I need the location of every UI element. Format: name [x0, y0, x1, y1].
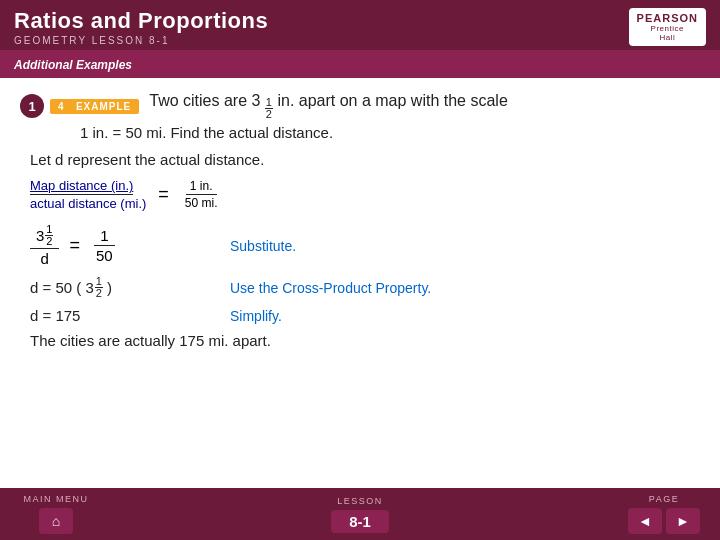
page-buttons: ◄ ► [628, 508, 700, 534]
inline-fraction: 1 2 [265, 97, 273, 120]
d-equals-50: d = 50 ( 3 1 2 ) [30, 279, 112, 296]
example-number: 4 EXAMPLE [50, 99, 139, 114]
prev-icon: ◄ [638, 513, 652, 529]
let-d-line: Let d represent the actual distance. [30, 151, 690, 168]
cross-product-row: d = 50 ( 3 1 2 ) Use the Cross-Product P… [30, 276, 680, 299]
page-label: PAGE [649, 494, 679, 504]
mixed-number-inline: 1 2 [265, 97, 273, 120]
hall-text: Hall [659, 33, 675, 42]
big-frac-bot: d [35, 249, 55, 268]
lesson-section: LESSON 8-1 [331, 496, 389, 533]
proportion-block: Map distance (in.) actual distance (mi.)… [30, 178, 680, 211]
final-line: The cities are actually 175 mi. apart. [30, 332, 680, 349]
big-equals: = [69, 235, 80, 256]
additional-examples-label: Additional Examples [14, 58, 132, 72]
page-section: PAGE ◄ ► [624, 494, 704, 534]
substitute-expr: 3 1 2 d = 1 50 [30, 223, 210, 268]
example-row: 1 4 EXAMPLE Two cities are 3 1 2 in. apa… [20, 92, 690, 120]
big-frac-top: 3 1 2 [30, 223, 59, 249]
simplify-label: Simplify. [230, 308, 282, 324]
prentice-text: Prentice [651, 24, 684, 33]
substitute-row: 3 1 2 d = 1 50 Substitute. [30, 223, 680, 268]
big-fraction-right: 1 50 [90, 226, 119, 265]
problem-line1: Two cities are 3 1 2 in. apart on a map … [149, 92, 508, 120]
proportion-labels: Map distance (in.) actual distance (mi.) [30, 178, 146, 211]
pearson-logo: PEARSON Prentice Hall [629, 8, 706, 46]
next-icon: ► [676, 513, 690, 529]
scale-line: 1 in. = 50 mi. Find the actual distance. [80, 124, 690, 141]
pearson-text: PEARSON [637, 12, 698, 24]
prev-page-button[interactable]: ◄ [628, 508, 662, 534]
simplify-row: d = 175 Simplify. [30, 307, 680, 324]
map-distance-label: Map distance (in.) [30, 178, 133, 195]
cross-product-expr: d = 50 ( 3 1 2 ) [30, 276, 210, 299]
main-menu-button[interactable]: ⌂ [39, 508, 73, 534]
additional-examples-bar: Additional Examples [0, 50, 720, 78]
page-title: Ratios and Proportions [14, 8, 268, 34]
header-text: Ratios and Proportions GEOMETRY LESSON 8… [14, 8, 268, 46]
big-fraction-left: 3 1 2 d [30, 223, 59, 268]
lesson-badge: 8-1 [331, 510, 389, 533]
d-175-expr: d = 175 [30, 307, 210, 324]
cross-product-label: Use the Cross-Product Property. [230, 280, 431, 296]
substitute-label: Substitute. [230, 238, 296, 254]
header: Ratios and Proportions GEOMETRY LESSON 8… [0, 0, 720, 50]
lesson-label: LESSON [337, 496, 383, 506]
content-area: 1 4 EXAMPLE Two cities are 3 1 2 in. apa… [0, 78, 720, 359]
home-icon: ⌂ [52, 513, 60, 529]
lesson-subtitle: GEOMETRY LESSON 8-1 [14, 35, 268, 46]
next-page-button[interactable]: ► [666, 508, 700, 534]
bottom-bar: MAIN MENU ⌂ LESSON 8-1 PAGE ◄ ► [0, 488, 720, 540]
main-menu-label: MAIN MENU [24, 494, 89, 504]
proportion-fraction: 1 in. 50 mi. [181, 179, 222, 210]
actual-distance-label: actual distance (mi.) [30, 196, 146, 211]
main-menu-section: MAIN MENU ⌂ [16, 494, 96, 534]
equals-sign: = [158, 184, 169, 205]
objective-number: 1 [20, 94, 44, 118]
